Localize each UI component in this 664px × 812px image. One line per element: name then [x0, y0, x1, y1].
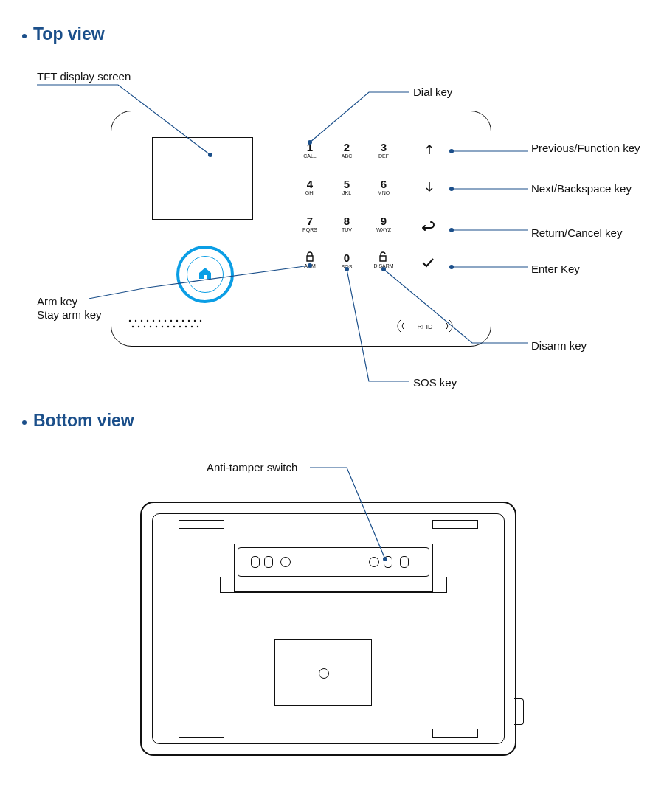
- key-num: 5: [344, 178, 350, 190]
- key-8[interactable]: 8 TUV: [333, 215, 361, 232]
- svg-point-20: [173, 326, 175, 327]
- key-num: 2: [344, 141, 350, 153]
- key-sub: PQRS: [296, 227, 324, 232]
- key-2[interactable]: 2 ABC: [333, 141, 361, 159]
- label-tft: TFT display screen: [37, 70, 131, 84]
- arrow-up-icon: [424, 145, 435, 158]
- key-sub: SOS: [333, 264, 361, 269]
- mount-slot: [264, 556, 273, 568]
- svg-point-12: [200, 320, 201, 322]
- mount-hole: [369, 557, 379, 567]
- key-num: 0: [344, 251, 350, 264]
- key-disarm[interactable]: DISARM: [370, 251, 398, 268]
- svg-point-6: [165, 320, 166, 322]
- section-title-top: Top view: [33, 24, 105, 44]
- section-title-bottom: Bottom view: [33, 411, 134, 431]
- svg-point-7: [170, 320, 172, 322]
- key-9[interactable]: 9 WXYZ: [370, 215, 398, 232]
- key-sub: JKL: [333, 190, 361, 195]
- screen-inner: [157, 142, 248, 215]
- key-num: 8: [344, 215, 350, 227]
- device-top-view: 1 CALL 2 ABC 3 DEF 4 GHI 5 JKL 6 MNO 7 P…: [111, 111, 491, 347]
- key-1-dial[interactable]: 1 CALL: [296, 141, 324, 159]
- rfid-zone[interactable]: RFID: [392, 318, 458, 336]
- svg-point-21: [179, 326, 181, 327]
- arrow-down-icon: [424, 182, 435, 195]
- svg-point-24: [197, 326, 198, 327]
- key-num: 4: [307, 178, 313, 190]
- bullet-icon: [22, 420, 27, 425]
- svg-point-15: [144, 326, 145, 327]
- home-button-inner: [187, 256, 224, 293]
- key-6[interactable]: 6 MNO: [370, 178, 398, 195]
- key-num: 7: [307, 215, 313, 227]
- key-3[interactable]: 3 DEF: [370, 141, 398, 159]
- side-port: [514, 698, 524, 725]
- svg-point-11: [194, 320, 196, 322]
- return-icon: [421, 221, 435, 233]
- key-sub: ARM: [296, 263, 324, 268]
- rating-label-area: [274, 639, 372, 706]
- svg-point-3: [147, 320, 148, 322]
- key-num: 1: [307, 141, 313, 153]
- rubber-foot: [432, 729, 478, 738]
- label-enter: Enter Key: [531, 263, 580, 277]
- rfid-text: RFID: [418, 323, 433, 330]
- key-sub: WXYZ: [370, 227, 398, 232]
- key-7[interactable]: 7 PQRS: [296, 215, 324, 232]
- svg-point-4: [153, 320, 154, 322]
- svg-point-18: [162, 326, 163, 327]
- label-return-cancel: Return/Cancel key: [531, 226, 622, 240]
- lock-open-icon: [370, 251, 398, 263]
- key-4[interactable]: 4 GHI: [296, 178, 324, 195]
- key-sub: DEF: [370, 153, 398, 159]
- svg-point-8: [176, 320, 178, 322]
- key-previous[interactable]: [421, 144, 438, 160]
- key-next[interactable]: [421, 181, 438, 197]
- mount-slot: [400, 556, 409, 568]
- svg-point-2: [141, 320, 142, 322]
- label-disarm: Disarm key: [531, 339, 587, 353]
- key-num: 3: [381, 141, 387, 153]
- mount-hole: [280, 557, 291, 567]
- key-5[interactable]: 5 JKL: [333, 178, 361, 195]
- label-arm: Arm key: [37, 295, 77, 309]
- device-bottom-view: [140, 502, 516, 756]
- key-return[interactable]: [420, 221, 436, 237]
- rubber-foot: [179, 520, 224, 529]
- label-stay-arm: Stay arm key: [37, 308, 102, 322]
- mount-slot: [251, 556, 260, 568]
- key-num: 6: [381, 178, 387, 190]
- label-dial: Dial key: [413, 86, 452, 100]
- key-sub: MNO: [370, 190, 398, 195]
- svg-point-13: [132, 326, 134, 327]
- svg-point-23: [191, 326, 193, 327]
- svg-point-22: [185, 326, 187, 327]
- lock-closed-icon: [296, 251, 324, 263]
- home-button[interactable]: [176, 246, 234, 303]
- svg-point-16: [150, 326, 151, 327]
- key-sub: DISARM: [370, 263, 398, 268]
- page: Top view TFT display screen Dial key Pre…: [0, 0, 664, 812]
- label-sos: SOS key: [413, 376, 457, 390]
- rubber-foot: [432, 520, 478, 529]
- label-anti-tamper: Anti-tamper switch: [207, 461, 297, 475]
- device-divider: [111, 305, 491, 305]
- svg-point-1: [135, 320, 136, 322]
- key-sub: TUV: [333, 227, 361, 232]
- key-enter[interactable]: [420, 257, 436, 274]
- svg-point-5: [159, 320, 160, 322]
- mount-bracket: [234, 544, 433, 592]
- bullet-icon: [22, 34, 27, 38]
- anti-tamper-switch[interactable]: [384, 556, 392, 568]
- key-arm[interactable]: ARM: [296, 251, 324, 268]
- key-0-sos[interactable]: 0 SOS: [333, 251, 361, 269]
- label-prev-function: Previous/Function key: [531, 142, 649, 156]
- svg-point-14: [138, 326, 139, 327]
- speaker-grille: [126, 316, 207, 333]
- svg-point-10: [188, 320, 190, 322]
- label-next-backspace: Next/Backspace key: [531, 182, 649, 196]
- home-icon: [197, 266, 213, 283]
- screw-hole-icon: [319, 668, 329, 679]
- key-sub: ABC: [333, 153, 361, 159]
